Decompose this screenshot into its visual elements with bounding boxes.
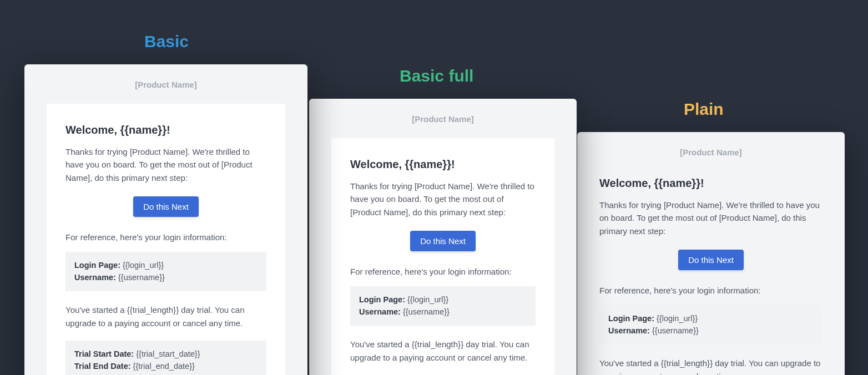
reference-text: For reference, here's your login informa… (65, 232, 266, 242)
welcome-heading: Welcome, {{name}}! (65, 124, 266, 136)
login-page-label: Login Page: (359, 295, 405, 304)
intro-text: Thanks for trying [Product Name]. We're … (599, 199, 822, 237)
welcome-heading: Welcome, {{name}}! (350, 158, 536, 171)
cta-button[interactable]: Do this Next (410, 231, 476, 251)
trial-end-label: Trial End Date: (74, 362, 131, 371)
email-body: Welcome, {{name}}! Thanks for trying [Pr… (577, 177, 845, 375)
username-value: {{username}} (118, 273, 165, 282)
trial-end-value: {{trial_end_date}} (133, 362, 195, 371)
login-page-label: Login Page: (608, 314, 654, 323)
cta-button[interactable]: Do this Next (678, 250, 744, 270)
username-label: Username: (74, 273, 116, 282)
login-page-value: {{login_url}} (657, 314, 698, 323)
trial-text: You've started a {{trial_length}} day tr… (65, 303, 266, 330)
trial-text: You've started a {{trial_length}} day tr… (599, 357, 822, 375)
login-page-value: {{login_url}} (407, 295, 448, 304)
welcome-heading: Welcome, {{name}}! (599, 177, 822, 190)
email-body: Welcome, {{name}}! Thanks for trying [Pr… (331, 138, 554, 375)
template-label-basic: Basic (144, 32, 189, 51)
template-card-plain: [Product Name] Welcome, {{name}}! Thanks… (577, 132, 845, 375)
trial-info-box: Trial Start Date: {{trial_start_date}} T… (65, 341, 266, 375)
username-label: Username: (359, 307, 401, 316)
template-card-basicfull: [Product Name] Welcome, {{name}}! Thanks… (309, 99, 577, 375)
trial-text: You've started a {{trial_length}} day tr… (350, 338, 536, 364)
login-info-box: Login Page: {{login_url}} Username: {{us… (599, 305, 822, 345)
login-page-label: Login Page: (74, 261, 120, 270)
intro-text: Thanks for trying [Product Name]. We're … (350, 180, 536, 219)
product-name: [Product Name] (309, 114, 577, 124)
login-info-box: Login Page: {{login_url}} Username: {{us… (350, 286, 536, 326)
product-name: [Product Name] (24, 80, 307, 89)
trial-start-value: {{trial_start_date}} (136, 349, 200, 358)
trial-start-label: Trial Start Date: (74, 349, 134, 358)
login-info-box: Login Page: {{login_url}} Username: {{us… (65, 252, 266, 292)
template-card-basic: [Product Name] Welcome, {{name}}! Thanks… (24, 64, 307, 375)
reference-text: For reference, here's your login informa… (350, 267, 536, 276)
intro-text: Thanks for trying [Product Name]. We're … (65, 145, 266, 184)
email-body: Welcome, {{name}}! Thanks for trying [Pr… (47, 104, 285, 375)
username-value: {{username}} (652, 326, 699, 335)
template-label-basicfull: Basic full (400, 67, 473, 85)
username-label: Username: (608, 326, 650, 335)
cta-button[interactable]: Do this Next (133, 196, 199, 217)
product-name: [Product Name] (577, 148, 845, 157)
reference-text: For reference, here's your login informa… (599, 286, 822, 295)
login-page-value: {{login_url}} (123, 261, 164, 270)
username-value: {{username}} (403, 307, 450, 316)
template-label-plain: Plain (684, 100, 724, 119)
